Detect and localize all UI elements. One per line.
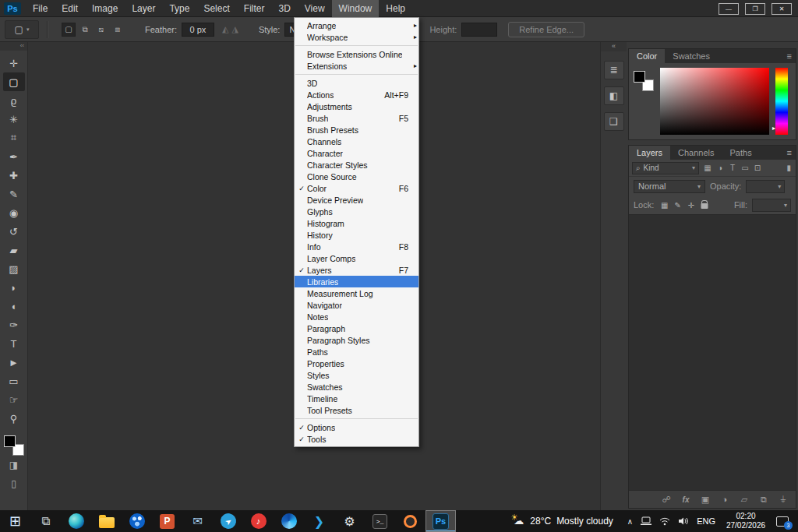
photoshop-app[interactable]: Ps xyxy=(425,510,456,532)
hand-tool[interactable]: ☞ xyxy=(3,390,25,409)
menu-item-brush-presets[interactable]: Brush Presets xyxy=(295,124,418,136)
menu-item-workspace[interactable]: Workspace▸ xyxy=(295,31,418,43)
subtract-from-selection-icon[interactable]: ⧅ xyxy=(94,23,108,37)
wifi-icon[interactable] xyxy=(659,516,670,526)
layer-effects-icon[interactable]: fx xyxy=(680,495,692,504)
language-indicator[interactable]: ENG xyxy=(697,516,715,526)
start-button[interactable]: ⊞ xyxy=(0,510,30,532)
menu-item-layers[interactable]: ✓LayersF7 xyxy=(295,264,418,276)
menu-item-tools[interactable]: ✓Tools xyxy=(295,433,418,445)
filter-smart-objects-icon[interactable]: ⊡ xyxy=(751,164,764,172)
new-layer-icon[interactable]: ⧉ xyxy=(757,495,770,505)
tab-layers[interactable]: Layers xyxy=(629,146,670,160)
feather-input[interactable]: 0 px xyxy=(182,23,214,37)
menubar-item-type[interactable]: Type xyxy=(162,0,196,17)
history-panel-icon[interactable]: ≣ xyxy=(604,61,624,79)
intersect-selection-icon[interactable]: ⧈ xyxy=(111,23,125,37)
menu-item-character-styles[interactable]: Character Styles xyxy=(295,159,418,171)
tab-color[interactable]: Color xyxy=(629,49,665,63)
blend-mode-select[interactable]: Normal ▾ xyxy=(634,180,705,193)
menubar-item-edit[interactable]: Edit xyxy=(55,0,85,17)
adjustments-panel-icon[interactable]: ◧ xyxy=(604,86,624,105)
opacity-input[interactable]: ▾ xyxy=(746,180,785,193)
blur-tool[interactable]: ◗ xyxy=(3,278,25,297)
menu-item-notes[interactable]: Notes xyxy=(295,311,418,322)
menu-item-timeline[interactable]: Timeline xyxy=(295,393,418,404)
menu-item-adjustments[interactable]: Adjustments xyxy=(295,100,418,112)
panel-menu-icon[interactable]: ≡ xyxy=(787,146,792,160)
menu-item-clone-source[interactable]: Clone Source xyxy=(295,171,418,182)
laptop-icon[interactable] xyxy=(641,516,651,526)
menu-item-device-preview[interactable]: Device Preview xyxy=(295,194,418,206)
tray-expand-icon[interactable]: ∧ xyxy=(627,517,633,526)
notification-center[interactable]: 3 xyxy=(776,516,789,527)
clock[interactable]: 02:20 27/02/2026 xyxy=(723,512,768,530)
menubar-item-window[interactable]: Window xyxy=(332,0,380,17)
quick-selection-tool[interactable]: ✳ xyxy=(3,110,25,129)
panel-menu-icon[interactable]: ≡ xyxy=(787,49,792,63)
layer-list[interactable] xyxy=(629,214,796,491)
brush-tool[interactable]: ✎ xyxy=(3,185,25,203)
panel-color-swatches[interactable] xyxy=(634,71,654,91)
filter-adjustment-layers-icon[interactable]: ◑ xyxy=(714,164,726,172)
terminal-app[interactable]: >_ xyxy=(365,510,395,532)
menu-item-color[interactable]: ✓ColorF6 xyxy=(295,182,418,194)
menu-item-properties[interactable]: Properties xyxy=(295,358,418,369)
minimize-button[interactable]: — xyxy=(719,3,739,15)
desktop-app[interactable]: ⧉ xyxy=(30,510,61,532)
vscode-app[interactable]: ❯ xyxy=(304,510,334,532)
menu-item-glyphs[interactable]: Glyphs xyxy=(295,206,418,217)
music-app[interactable]: ♪ xyxy=(243,510,274,532)
menu-item-brush[interactable]: BrushF5 xyxy=(295,112,418,124)
adjustment-layer-icon[interactable]: ◑ xyxy=(719,495,731,504)
openshot-app[interactable] xyxy=(395,510,425,532)
quick-mask-button[interactable]: ◨ xyxy=(3,456,25,474)
eraser-tool[interactable]: ▰ xyxy=(3,241,25,259)
menu-item-measurement-log[interactable]: Measurement Log xyxy=(295,287,418,299)
menu-item-history[interactable]: History xyxy=(295,229,418,241)
healing-brush-tool[interactable]: ✚ xyxy=(3,166,25,185)
tab-paths[interactable]: Paths xyxy=(722,146,760,160)
eyedropper-tool[interactable]: ✒ xyxy=(3,147,25,166)
menubar-item-file[interactable]: File xyxy=(26,0,55,17)
clone-stamp-tool[interactable]: ◉ xyxy=(3,203,25,222)
menu-item-actions[interactable]: ActionsAlt+F9 xyxy=(295,89,418,100)
layer-mask-icon[interactable]: ▣ xyxy=(699,495,711,505)
tab-channels[interactable]: Channels xyxy=(670,146,722,160)
blue-dots-app[interactable] xyxy=(122,510,152,532)
maximize-button[interactable]: ❐ xyxy=(745,3,765,15)
menubar-item-3d[interactable]: 3D xyxy=(271,0,297,17)
screen-mode-button[interactable]: ▯ xyxy=(3,474,25,493)
menubar-item-select[interactable]: Select xyxy=(196,0,236,17)
menu-item-options[interactable]: ✓Options xyxy=(295,421,418,433)
lock-all-icon[interactable] xyxy=(698,199,710,211)
tool-preset-picker[interactable]: ▢ ▾ xyxy=(5,20,39,39)
volume-icon[interactable] xyxy=(678,516,689,526)
menu-item-info[interactable]: InfoF8 xyxy=(295,241,418,252)
history-brush-tool[interactable]: ↺ xyxy=(3,222,25,241)
filter-shape-layers-icon[interactable]: ▭ xyxy=(739,164,751,172)
3d-panel-icon[interactable]: ❑ xyxy=(604,112,624,131)
menu-item-libraries[interactable]: Libraries xyxy=(295,276,418,287)
layer-filter-select[interactable]: ⌕ Kind ▾ xyxy=(632,162,699,174)
refine-edge-button[interactable]: Refine Edge... xyxy=(508,22,584,37)
foreground-color-swatch[interactable] xyxy=(634,71,645,83)
lock-pixels-icon[interactable]: ✎ xyxy=(672,199,683,211)
filter-pixel-layers-icon[interactable]: ▦ xyxy=(701,164,714,172)
menubar-item-image[interactable]: Image xyxy=(85,0,125,17)
hue-slider[interactable] xyxy=(775,68,788,135)
foreground-color-swatch[interactable] xyxy=(4,435,16,447)
menubar-item-help[interactable]: Help xyxy=(379,0,412,17)
edge-browser[interactable] xyxy=(61,510,91,532)
powerpoint-app[interactable]: P xyxy=(152,510,182,532)
filter-type-layers-icon[interactable]: T xyxy=(726,164,739,172)
menubar-item-view[interactable]: View xyxy=(298,0,332,17)
weather-widget[interactable]: ☀ ☁ 28°C Mostly cloudy xyxy=(504,510,620,532)
color-gradient-field[interactable] xyxy=(660,68,769,135)
menubar-item-layer[interactable]: Layer xyxy=(125,0,162,17)
expand-panels-icon[interactable]: « xyxy=(601,42,627,51)
color-swatch-widget[interactable] xyxy=(4,435,24,456)
menu-item-tool-presets[interactable]: Tool Presets xyxy=(295,404,418,416)
add-to-selection-icon[interactable]: ⧉ xyxy=(78,23,92,37)
menu-item-navigator[interactable]: Navigator xyxy=(295,299,418,311)
